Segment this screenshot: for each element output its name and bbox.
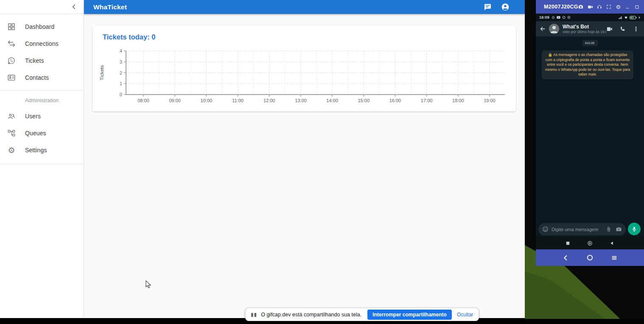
sidebar-item-connections[interactable]: Connections [0, 35, 84, 52]
status-notification-icons [552, 16, 571, 19]
headset-icon[interactable] [597, 4, 602, 10]
sidebar-item-settings[interactable]: ⚙ Settings [0, 142, 84, 159]
svg-text:17:00: 17:00 [421, 98, 433, 103]
menu-icon[interactable] [611, 254, 618, 261]
minimize-icon[interactable] [625, 4, 630, 10]
appbar: WhaTicket [84, 0, 525, 14]
phone-window-titlebar[interactable]: M2007J20CG ⚙ [536, 0, 644, 14]
charging-icon [638, 16, 641, 20]
back-arrow-icon[interactable] [539, 25, 546, 32]
status-time: 16:09 [539, 15, 549, 20]
tree-icon [6, 128, 17, 138]
sidebar-item-label: Contacts [25, 74, 49, 81]
stop-sharing-button[interactable]: Interromper compartilhamento [367, 310, 452, 320]
data-saver-icon [562, 16, 566, 19]
svg-text:13:00: 13:00 [295, 98, 307, 103]
back-chevron-icon[interactable] [562, 254, 569, 261]
sidebar-item-label: Users [25, 113, 41, 120]
back-icon[interactable] [610, 241, 614, 246]
sidebar-item-users[interactable]: Users [0, 108, 84, 125]
svg-text:1: 1 [120, 81, 122, 86]
phone-titlebar-icons: ⚙ [578, 4, 644, 10]
sidebar-subheader: Administration [0, 95, 84, 108]
mic-icon [631, 226, 637, 232]
contact-avatar[interactable] [549, 24, 559, 34]
people-icon [6, 111, 17, 121]
chat-icon[interactable] [483, 3, 492, 11]
sidebar-item-dashboard[interactable]: Dashboard [0, 18, 84, 35]
sidebar: Dashboard Connections [0, 0, 84, 318]
tickets-chart: 0123408:0009:0010:0011:0012:0013:0014:00… [92, 45, 516, 109]
gear-icon: ⚙ [6, 145, 17, 155]
screen-share-bar: ▮▮ O gifcap.dev está compartilhando sua … [245, 308, 479, 321]
svg-text:18:00: 18:00 [452, 98, 464, 103]
svg-text:0: 0 [120, 92, 122, 97]
android-nav-bar [536, 237, 644, 249]
hide-share-bar-link[interactable]: Ocultar [457, 312, 473, 318]
encryption-notice[interactable]: 🔒 As mensagens e as chamadas são protegi… [542, 50, 633, 79]
sidebar-item-label: Dashboard [25, 23, 54, 30]
whatsapp-header: What's Bot visto por último hoje às 16:0… [536, 21, 644, 36]
share-message: O gifcap.dev está compartilhando sua tel… [261, 312, 361, 318]
app-title: WhaTicket [93, 3, 127, 11]
message-input-row: Digite uma mensagem [536, 221, 644, 238]
contact-name: What's Bot [563, 24, 606, 30]
svg-text:2: 2 [120, 70, 122, 75]
sidebar-item-queues[interactable]: Queues [0, 125, 84, 142]
svg-text:12:00: 12:00 [263, 98, 275, 103]
call-icon[interactable] [620, 26, 626, 32]
home-circle-icon[interactable] [586, 254, 594, 261]
sidebar-divider [0, 90, 84, 91]
camera-icon[interactable] [616, 226, 622, 232]
home-icon[interactable] [587, 240, 593, 246]
gear-icon[interactable]: ⚙ [616, 4, 621, 10]
sidebar-nav: Dashboard Connections [0, 14, 84, 164]
whatsapp-header-actions: ⋮ [606, 25, 641, 32]
phone-window-title: M2007J20CG [544, 4, 578, 10]
sidebar-header [0, 0, 84, 14]
svg-text:11:00: 11:00 [232, 98, 244, 103]
swap-arrows-icon [6, 39, 17, 49]
contact-info[interactable]: What's Bot visto por último hoje às 16:0… [563, 24, 606, 34]
mic-button[interactable] [628, 223, 641, 235]
sidebar-divider [0, 164, 84, 164]
vpn-icon [567, 16, 571, 19]
screenshot-icon[interactable] [578, 4, 584, 10]
tickets-today-card: Tickets today: 0 0123408:0009:0010:0011:… [92, 25, 516, 112]
account-circle-icon[interactable] [501, 3, 510, 11]
kebab-menu-icon[interactable]: ⋮ [633, 25, 639, 32]
svg-text:10:00: 10:00 [201, 98, 213, 103]
sidebar-item-label: Queues [25, 130, 46, 137]
alarm-icon [552, 16, 555, 19]
battery-icon: 60 [630, 16, 637, 20]
pause-icon: ▮▮ [251, 312, 257, 318]
phone-status-bar: 16:09 60 [536, 14, 644, 21]
signal-icon [618, 16, 622, 20]
sidebar-item-label: Settings [25, 147, 47, 154]
status-system-icons: 60 [618, 16, 641, 20]
record-icon[interactable] [588, 4, 593, 10]
svg-text:60: 60 [632, 17, 634, 19]
svg-text:08:00: 08:00 [137, 98, 149, 103]
phone-screen: 16:09 60 [536, 14, 644, 249]
message-input[interactable]: Digite uma mensagem [538, 223, 626, 235]
whaticket-window: Dashboard Connections [0, 0, 525, 318]
svg-text:Tickets: Tickets [99, 65, 104, 80]
appbar-actions [483, 3, 510, 11]
fullscreen-icon[interactable] [606, 4, 612, 10]
sidebar-item-contacts[interactable]: Contacts [0, 69, 84, 86]
chat-area: HOJE 🔒 As mensagens e as chamadas são pr… [536, 36, 644, 234]
svg-text:3: 3 [120, 59, 122, 64]
sidebar-item-tickets[interactable]: Tickets [0, 52, 84, 69]
contact-card-icon [6, 73, 17, 83]
videocam-icon[interactable] [606, 26, 613, 32]
svg-text:14:00: 14:00 [326, 98, 338, 103]
attach-icon[interactable] [606, 226, 612, 232]
maximize-icon[interactable] [634, 4, 640, 10]
recents-icon[interactable] [566, 241, 570, 246]
chevron-left-icon[interactable] [70, 3, 78, 11]
mirror-nav-bar [536, 249, 644, 266]
emoji-icon[interactable] [542, 226, 549, 232]
message-placeholder: Digite uma mensagem [552, 227, 606, 232]
svg-text:16:00: 16:00 [389, 98, 401, 103]
